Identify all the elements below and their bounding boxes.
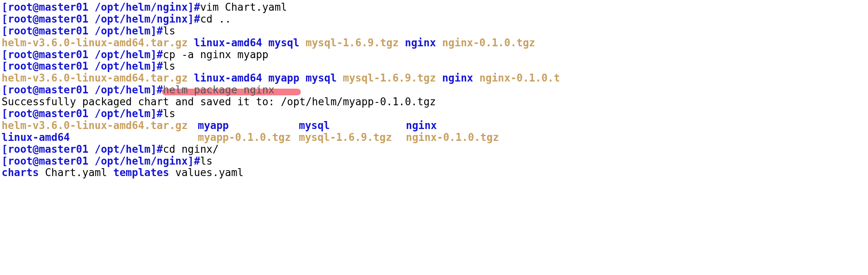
dir-nginx: nginx xyxy=(406,119,437,131)
file-myapp-tgz: myapp-0.1.0.tgz xyxy=(198,132,299,144)
command-cp: cp -a nginx myapp xyxy=(163,49,268,61)
dir-nginx: nginx xyxy=(405,37,436,49)
terminal-line: [root@master01 /opt/helm]#cd nginx/ xyxy=(2,144,866,156)
file-nginx-tgz: nginx-0.1.0.tgz xyxy=(406,131,499,143)
command-cd: cd .. xyxy=(200,13,231,25)
prompt: [root@master01 /opt/helm/nginx]# xyxy=(2,155,200,167)
dir-myapp: myapp xyxy=(268,72,299,84)
command-ls: ls xyxy=(200,155,212,167)
dir-charts: charts xyxy=(2,167,39,178)
prompt: [root@master01 /opt/helm]# xyxy=(2,25,163,37)
terminal-line: [root@master01 /opt/helm]#cp -a nginx my… xyxy=(2,49,866,61)
prompt: [root@master01 /opt/helm/nginx]# xyxy=(2,1,200,13)
command-ls: ls xyxy=(163,108,175,119)
terminal-line: [root@master01 /opt/helm/nginx]#vim Char… xyxy=(2,2,866,13)
prompt: [root@master01 /opt/helm]# xyxy=(2,84,163,96)
file-tarball: helm-v3.6.0-linux-amd64.tar.gz xyxy=(2,37,188,49)
prompt: [root@master01 /opt/helm]# xyxy=(2,108,163,119)
dir-linux-amd64: linux-amd64 xyxy=(2,132,198,144)
ls-output: helm-v3.6.0-linux-amd64.tar.gz linux-amd… xyxy=(2,37,866,49)
file-nginx-tgz-trunc: nginx-0.1.0.t xyxy=(479,72,560,84)
command-cd-nginx: cd nginx/ xyxy=(163,143,219,155)
terminal-line: [root@master01 /opt/helm/nginx]#cd .. xyxy=(2,13,866,25)
file-mysql-tgz: mysql-1.6.9.tgz xyxy=(299,132,406,144)
file-mysql-tgz: mysql-1.6.9.tgz xyxy=(306,37,399,49)
output-message: Successfully packaged chart and saved it… xyxy=(2,96,866,108)
file-nginx-tgz: nginx-0.1.0.tgz xyxy=(442,37,535,49)
dir-templates: templates xyxy=(113,167,169,178)
terminal-line: [root@master01 /opt/helm/nginx]#ls xyxy=(2,156,866,167)
ls-output: charts Chart.yaml templates values.yaml xyxy=(2,167,866,179)
ls-output-row: linux-amd64myapp-0.1.0.tgzmysql-1.6.9.tg… xyxy=(2,132,866,144)
terminal-line: [root@master01 /opt/helm]#ls xyxy=(2,108,866,120)
dir-myapp: myapp xyxy=(198,120,299,132)
command-ls: ls xyxy=(163,25,175,37)
terminal-line: [root@master01 /opt/helm]#helm package n… xyxy=(2,84,866,96)
file-chart-yaml: Chart.yaml xyxy=(45,167,107,178)
command-ls: ls xyxy=(163,60,175,72)
command-helm-package: helm package nginx xyxy=(163,84,275,96)
success-message: Successfully packaged chart and saved it… xyxy=(2,96,436,108)
dir-mysql: mysql xyxy=(299,120,406,132)
terminal-line: [root@master01 /opt/helm]#ls xyxy=(2,61,866,72)
prompt: [root@master01 /opt/helm/nginx]# xyxy=(2,13,200,25)
dir-mysql: mysql xyxy=(306,72,336,84)
dir-mysql: mysql xyxy=(268,37,299,49)
file-values-yaml: values.yaml xyxy=(175,167,243,178)
file-tarball: helm-v3.6.0-linux-amd64.tar.gz xyxy=(2,72,188,84)
prompt: [root@master01 /opt/helm]# xyxy=(2,143,163,155)
ls-output-row: helm-v3.6.0-linux-amd64.tar.gzmyappmysql… xyxy=(2,120,866,132)
dir-nginx: nginx xyxy=(442,72,473,84)
command-vim: vim Chart.yaml xyxy=(200,1,287,13)
ls-output: helm-v3.6.0-linux-amd64.tar.gz linux-amd… xyxy=(2,72,866,84)
terminal-line: [root@master01 /opt/helm]#ls xyxy=(2,25,866,37)
prompt: [root@master01 /opt/helm]# xyxy=(2,60,163,72)
dir-linux-amd64: linux-amd64 xyxy=(194,72,262,84)
file-mysql-tgz: mysql-1.6.9.tgz xyxy=(343,72,436,84)
dir-linux-amd64: linux-amd64 xyxy=(194,37,262,49)
prompt: [root@master01 /opt/helm]# xyxy=(2,49,163,61)
file-tarball: helm-v3.6.0-linux-amd64.tar.gz xyxy=(2,120,198,132)
